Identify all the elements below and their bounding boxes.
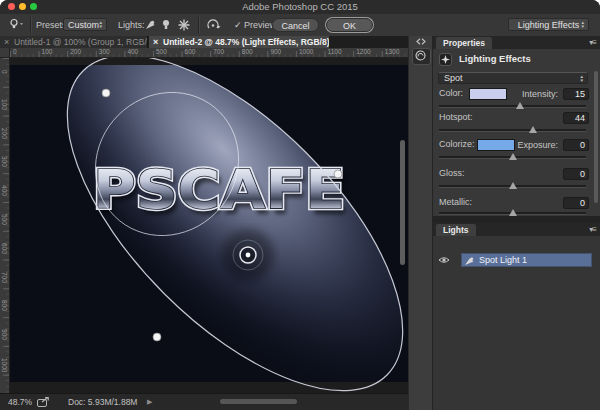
lights-panel-header: Lights ▾≡ xyxy=(433,223,600,236)
zoom-level-field[interactable]: 48.7% xyxy=(8,397,32,407)
ruler-label: 800 xyxy=(0,300,9,311)
light-type-value: Spot xyxy=(444,73,463,83)
doc-size-info: Doc: 5.93M/1.88M xyxy=(68,397,137,407)
color-row: Color: Intensity: 15 xyxy=(433,88,600,100)
panel-menu-icon[interactable]: ▾≡ xyxy=(589,225,596,234)
intensity-value-field[interactable]: 15 xyxy=(563,88,589,100)
slider-thumb[interactable] xyxy=(516,102,524,109)
light-type-select[interactable]: Spot ▲▼ xyxy=(438,72,588,84)
close-tab-icon[interactable]: × xyxy=(153,36,158,48)
hotspot-value-field[interactable]: 44 xyxy=(563,112,589,124)
tab-properties[interactable]: Properties xyxy=(436,37,492,49)
panel-divider xyxy=(433,216,600,223)
creative-cloud-icon[interactable] xyxy=(412,48,431,65)
properties-panel-header: Properties ▾≡ xyxy=(433,36,600,49)
hotspot-row: Hotspot: 44 xyxy=(433,112,600,124)
rotate-light-icon[interactable] xyxy=(206,19,221,32)
expand-panels-icon[interactable] xyxy=(416,38,426,45)
workspace-dropdown[interactable]: Lighting Effects ▲▼ xyxy=(508,18,589,31)
gloss-slider[interactable] xyxy=(439,182,586,190)
slider-thumb[interactable] xyxy=(509,153,517,160)
intensity-slider[interactable] xyxy=(439,102,586,110)
tab-lights[interactable]: Lights xyxy=(436,224,476,236)
ruler-label: 500 xyxy=(0,214,9,225)
properties-scrollbar[interactable] xyxy=(594,71,598,203)
gloss-row: Gloss: 0 xyxy=(433,168,600,180)
canvas-viewport[interactable]: PSCAFE PSCAFE PSCAFE xyxy=(10,58,408,393)
ruler-label: 500 xyxy=(156,48,167,55)
spot-light-item-icon xyxy=(464,256,475,266)
lighting-tool-icon[interactable] xyxy=(9,18,23,31)
share-icon[interactable] xyxy=(37,397,50,407)
ruler-label: 1200 xyxy=(356,48,370,55)
ruler-label: 400 xyxy=(0,185,9,196)
workspace-value: Lighting Effects xyxy=(518,20,579,30)
canvas-horizontal-scrollbar[interactable] xyxy=(220,399,297,404)
light-color-swatch[interactable] xyxy=(469,88,507,100)
light-handle-top[interactable] xyxy=(102,89,110,97)
close-tab-icon[interactable]: × xyxy=(4,36,9,48)
properties-panel-body: Lighting Effects Spot ▲▼ Color: Intensit… xyxy=(433,49,600,216)
panel-column: Properties ▾≡ Lighting Effects Spot ▲▼ C… xyxy=(433,36,600,410)
photoshop-window: Adobe Photoshop CC 2015 Presets: Custom … xyxy=(0,0,600,410)
panel-menu-icon[interactable]: ▾≡ xyxy=(589,38,596,47)
ruler-label: 300 xyxy=(99,48,110,55)
cancel-button[interactable]: Cancel xyxy=(272,18,319,32)
dropdown-arrows-icon: ▲▼ xyxy=(581,21,585,29)
ruler-corner xyxy=(0,48,10,58)
light-list-item[interactable]: Spot Light 1 xyxy=(433,253,600,267)
scrollbar-thumb[interactable] xyxy=(400,140,405,265)
light-handle-bottom[interactable] xyxy=(153,333,161,341)
ruler-label: 0 xyxy=(0,70,9,74)
light-handle-right[interactable] xyxy=(334,170,342,178)
ruler-label: 100 xyxy=(0,99,9,110)
ok-button[interactable]: OK xyxy=(326,18,373,32)
ruler-label: 300 xyxy=(0,156,9,167)
artwork-text: PSCAFE xyxy=(93,159,345,220)
spot-light-icon[interactable] xyxy=(144,19,156,31)
selected-light-row[interactable]: Spot Light 1 xyxy=(461,253,592,267)
slider-thumb[interactable] xyxy=(509,209,517,216)
visibility-eye-icon[interactable] xyxy=(438,256,450,264)
lighting-effects-icon xyxy=(439,53,452,66)
lights-label: Lights: xyxy=(118,20,145,30)
metallic-value-field[interactable]: 0 xyxy=(563,197,589,209)
slider-track xyxy=(439,129,586,131)
dropdown-arrows-icon: ▲▼ xyxy=(99,21,103,29)
colorize-swatch[interactable] xyxy=(477,139,515,151)
hotspot-label: Hotspot: xyxy=(439,112,473,122)
ruler-label: 100 xyxy=(42,48,53,55)
exposure-label: Exposure: xyxy=(517,140,558,150)
ruler-label: 700 xyxy=(0,272,9,283)
ruler-label: 400 xyxy=(127,48,138,55)
slider-thumb[interactable] xyxy=(529,126,537,133)
status-menu-arrow-icon[interactable]: ▶ xyxy=(147,398,152,406)
point-light-icon[interactable] xyxy=(161,19,171,31)
color-label: Color: xyxy=(439,88,463,98)
tab-label: Untitled-1 @ 100% (Group 1, RGB/8) * xyxy=(14,37,148,47)
canvas-vertical-scrollbar[interactable] xyxy=(399,58,407,393)
gloss-value-field[interactable]: 0 xyxy=(563,168,589,180)
infinite-light-icon[interactable] xyxy=(178,19,190,31)
exposure-slider[interactable] xyxy=(439,153,586,161)
presets-dropdown[interactable]: Custom ▲▼ xyxy=(63,18,107,31)
slider-track xyxy=(439,105,586,107)
exposure-value-field[interactable]: 0 xyxy=(563,139,589,151)
colorize-label: Colorize: xyxy=(439,139,475,149)
gloss-label: Gloss: xyxy=(439,168,465,178)
artwork-text-group: PSCAFE PSCAFE PSCAFE xyxy=(93,159,349,226)
tab-untitled-1[interactable]: × Untitled-1 @ 100% (Group 1, RGB/8) * xyxy=(0,36,148,48)
metallic-label: Metallic: xyxy=(439,197,472,207)
slider-thumb[interactable] xyxy=(509,182,517,189)
canvas-artwork: PSCAFE PSCAFE PSCAFE xyxy=(10,58,408,393)
intensity-label: Intensity: xyxy=(522,89,558,99)
hotspot-slider[interactable] xyxy=(439,126,586,134)
tab-untitled-2[interactable]: × Untitled-2 @ 48.7% (Light Effects, RGB… xyxy=(149,36,329,48)
preview-checkbox[interactable]: ✓ xyxy=(234,20,242,30)
horizontal-ruler: 0100200300400500600700800900100011001200… xyxy=(10,48,408,58)
ruler-label: 900 xyxy=(270,48,281,55)
titlebar: Adobe Photoshop CC 2015 xyxy=(0,0,600,15)
divider xyxy=(198,17,199,33)
lights-panel-body: Spot Light 1 xyxy=(433,236,600,410)
panel-title-row: Lighting Effects xyxy=(433,53,600,65)
